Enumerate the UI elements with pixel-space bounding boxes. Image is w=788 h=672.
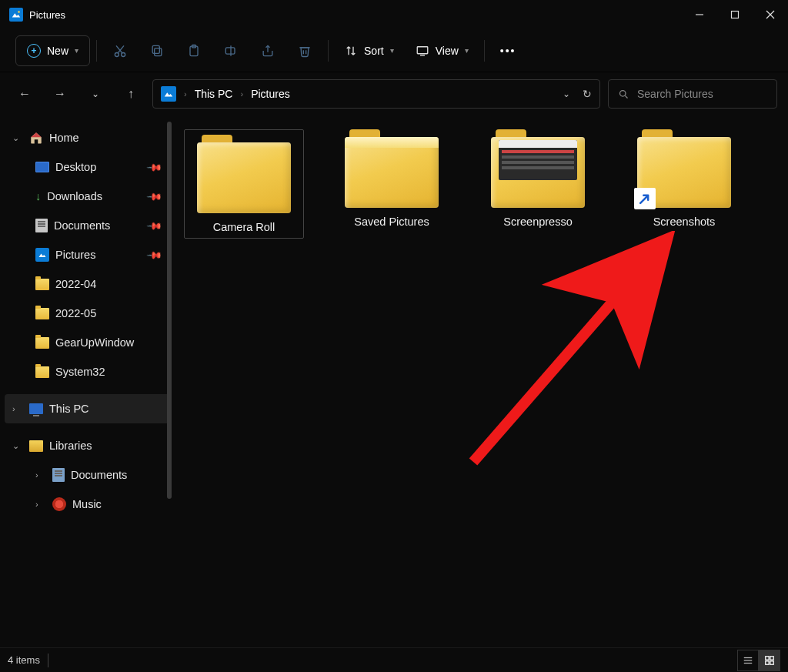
search-placeholder: Search Pictures: [637, 88, 713, 100]
chevron-down-icon: ▾: [465, 46, 469, 55]
pin-icon: 📌: [146, 159, 163, 176]
nav-lib-documents[interactable]: › Documents: [5, 460, 170, 490]
nav-label: Downloads: [47, 190, 102, 202]
svg-rect-31: [770, 656, 773, 659]
chevron-down-icon: ▾: [75, 46, 78, 55]
folder-icon: [35, 308, 49, 319]
svg-point-7: [122, 52, 125, 56]
cut-button[interactable]: [103, 35, 137, 66]
titlebar: Pictures: [0, 0, 788, 29]
folder-saved-pictures[interactable]: Saved Pictures: [333, 129, 450, 228]
statusbar: 4 items: [0, 647, 788, 672]
forward-button[interactable]: →: [46, 80, 74, 108]
nav-downloads[interactable]: ↓ Downloads 📌: [5, 182, 170, 211]
shortcut-overlay-icon: [634, 188, 656, 209]
chevron-right-icon: ›: [35, 500, 46, 509]
chevron-down-icon[interactable]: ⌄: [563, 89, 570, 99]
svg-point-6: [115, 52, 119, 56]
folder-label: Screenpresso: [479, 216, 596, 228]
search-input[interactable]: Search Pictures: [608, 79, 777, 109]
annotation-arrow: [458, 231, 689, 477]
search-icon: [618, 89, 629, 100]
nav-documents[interactable]: Documents 📌: [5, 211, 170, 240]
separator: [48, 654, 48, 667]
nav-pictures[interactable]: Pictures 📌: [5, 240, 170, 269]
share-button[interactable]: [251, 35, 285, 66]
nav-libraries[interactable]: ⌄ Libraries: [5, 431, 170, 460]
close-button[interactable]: [753, 0, 788, 29]
svg-rect-10: [155, 48, 162, 55]
sort-label: Sort: [364, 45, 384, 57]
view-icon: [416, 44, 429, 58]
chevron-down-icon: ▾: [390, 46, 394, 55]
back-button[interactable]: ←: [11, 80, 38, 108]
address-bar[interactable]: › This PC › Pictures ⌄ ↻: [152, 79, 600, 109]
svg-line-24: [625, 95, 627, 98]
breadcrumb-item[interactable]: Pictures: [251, 88, 290, 100]
folder-icon: [197, 135, 291, 213]
folder-screenshots[interactable]: Screenshots: [626, 129, 743, 228]
chevron-right-icon: ›: [12, 404, 23, 413]
delete-button[interactable]: [288, 35, 322, 66]
sort-icon: [344, 44, 358, 58]
svg-rect-33: [770, 660, 773, 664]
nav-label: This PC: [49, 403, 89, 415]
svg-point-1: [18, 11, 20, 13]
recent-button[interactable]: ⌄: [82, 80, 109, 108]
nav-home[interactable]: ⌄ Home: [5, 123, 170, 152]
app-icon: [9, 8, 23, 22]
svg-line-26: [473, 254, 654, 462]
folder-camera-roll[interactable]: Camera Roll: [184, 129, 304, 239]
pc-icon: [29, 403, 43, 414]
svg-rect-32: [766, 660, 769, 664]
folder-screenpresso[interactable]: Screenpresso: [479, 129, 596, 228]
refresh-button[interactable]: ↻: [583, 88, 592, 100]
music-icon: [52, 497, 66, 511]
details-view-button[interactable]: [737, 650, 759, 671]
separator: [328, 40, 329, 62]
desktop-icon: [35, 162, 49, 172]
icons-view-button[interactable]: [759, 650, 780, 671]
view-label: View: [436, 45, 459, 57]
nav-label: 2022-04: [55, 278, 96, 290]
nav-folder-2022-05[interactable]: 2022-05: [5, 299, 170, 328]
view-button[interactable]: View ▾: [406, 35, 478, 66]
minimize-button[interactable]: [682, 0, 717, 29]
pin-icon: 📌: [146, 188, 163, 205]
up-button[interactable]: ↑: [117, 80, 145, 108]
nav-folder-system32[interactable]: System32: [5, 357, 170, 386]
svg-marker-0: [12, 13, 21, 17]
paste-button[interactable]: [177, 35, 211, 66]
nav-label: Desktop: [55, 161, 96, 173]
folder-label: Saved Pictures: [333, 216, 450, 228]
copy-button[interactable]: [140, 35, 174, 66]
toolbar: + New ▾ Sort ▾ View ▾ •••: [0, 29, 788, 72]
address-row: ← → ⌄ ↑ › This PC › Pictures ⌄ ↻ Search …: [0, 72, 788, 115]
svg-rect-11: [152, 45, 159, 53]
scrollbar[interactable]: [167, 122, 172, 499]
folder-icon: [491, 129, 585, 208]
window-title: Pictures: [29, 9, 65, 21]
chevron-right-icon: ›: [184, 89, 187, 99]
breadcrumb-item[interactable]: This PC: [195, 88, 233, 100]
separator: [96, 40, 97, 62]
nav-this-pc[interactable]: › This PC: [5, 394, 170, 423]
new-label: New: [47, 45, 68, 57]
rename-button[interactable]: [214, 35, 248, 66]
nav-desktop[interactable]: Desktop 📌: [5, 152, 170, 182]
nav-folder-2022-04[interactable]: 2022-04: [5, 269, 170, 299]
maximize-button[interactable]: [717, 0, 753, 29]
location-icon: [161, 86, 176, 102]
nav-label: GearUpWindow: [55, 336, 134, 349]
nav-label: Documents: [71, 469, 127, 481]
nav-folder-gearup[interactable]: GearUpWindow: [5, 328, 170, 357]
nav-lib-music[interactable]: › Music: [5, 490, 170, 519]
more-button[interactable]: •••: [491, 35, 526, 66]
document-icon: [52, 468, 65, 482]
svg-marker-25: [39, 254, 46, 258]
nav-label: Pictures: [55, 249, 95, 261]
plus-icon: +: [27, 44, 41, 58]
sort-button[interactable]: Sort ▾: [335, 35, 403, 66]
new-button[interactable]: + New ▾: [15, 35, 90, 66]
folder-icon: [35, 366, 49, 378]
